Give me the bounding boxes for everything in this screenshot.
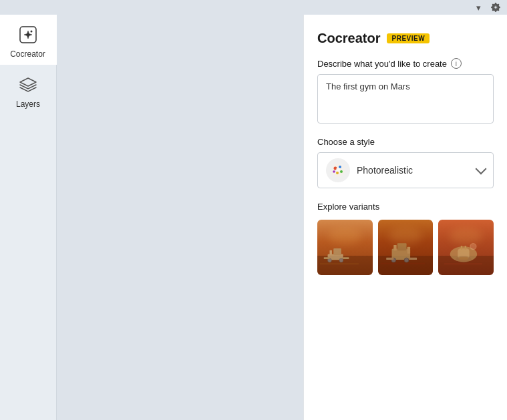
- settings-icon[interactable]: [490, 1, 502, 13]
- preview-badge: PREVIEW: [387, 33, 430, 43]
- svg-point-33: [470, 244, 476, 250]
- svg-rect-31: [459, 258, 468, 260]
- svg-rect-24: [409, 258, 417, 260]
- sidebar-item-cocreator[interactable]: Cocreator: [0, 15, 57, 65]
- dropdown-icon[interactable]: ▾: [472, 1, 484, 13]
- main-canvas: [57, 15, 303, 420]
- right-panel: Cocreator PREVIEW Describe what you'd li…: [303, 15, 507, 420]
- style-icon-circle: [326, 158, 350, 182]
- describe-label-row: Describe what you'd like to create i: [317, 58, 494, 69]
- chevron-down-icon: [476, 164, 487, 175]
- variants-grid: [317, 220, 494, 275]
- svg-point-6: [336, 172, 339, 174]
- describe-input-wrapper: [317, 74, 494, 124]
- describe-label-text: Describe what you'd like to create: [317, 59, 447, 69]
- panel-title: Cocreator: [317, 31, 380, 46]
- layers-icon: [17, 74, 39, 95]
- svg-point-1: [30, 31, 32, 33]
- sidebar-item-layers[interactable]: Layers: [0, 65, 57, 115]
- svg-point-7: [333, 170, 335, 173]
- svg-rect-20: [407, 247, 409, 254]
- svg-point-4: [339, 166, 341, 168]
- style-label: Choose a style: [317, 137, 494, 147]
- info-icon[interactable]: i: [451, 58, 462, 69]
- style-selected-text: Photorealistic: [357, 165, 470, 176]
- svg-rect-10: [330, 250, 332, 255]
- sidebar-item-layers-label: Layers: [16, 99, 40, 109]
- variant-3[interactable]: [438, 220, 494, 275]
- svg-rect-11: [333, 248, 341, 255]
- svg-rect-23: [386, 258, 393, 260]
- describe-input[interactable]: [318, 75, 493, 120]
- explore-variants-label: Explore variants: [317, 202, 494, 212]
- cocreator-icon: [17, 24, 39, 45]
- sidebar: Cocreator Layers: [0, 15, 57, 420]
- svg-point-8: [336, 168, 340, 172]
- style-dropdown[interactable]: Photorealistic: [317, 152, 494, 188]
- svg-rect-28: [460, 246, 462, 250]
- svg-point-13: [339, 258, 343, 262]
- svg-rect-18: [393, 245, 396, 250]
- svg-rect-14: [324, 257, 330, 259]
- svg-point-5: [340, 170, 343, 173]
- variant-1[interactable]: [317, 220, 373, 275]
- svg-point-22: [404, 258, 409, 262]
- svg-rect-19: [397, 243, 407, 250]
- svg-rect-15: [343, 257, 349, 259]
- svg-rect-29: [464, 246, 466, 250]
- panel-title-row: Cocreator PREVIEW: [317, 31, 494, 46]
- top-bar: ▾: [0, 0, 507, 15]
- variant-2[interactable]: [378, 220, 434, 275]
- sidebar-item-cocreator-label: Cocreator: [10, 49, 45, 59]
